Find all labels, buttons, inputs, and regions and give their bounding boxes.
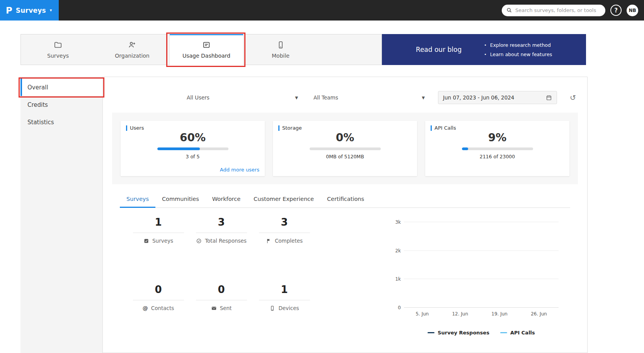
- blog-banner[interactable]: Read our blog • Explore research method …: [382, 34, 586, 65]
- x-tick: 5. Jun: [416, 311, 429, 317]
- product-switcher[interactable]: P Surveys ▾: [0, 0, 59, 21]
- api-calls-stat-card: API Calls 9% 2116 of 23000: [425, 121, 569, 176]
- gridline: 1k: [404, 279, 559, 279]
- api-calls-percent: 9%: [488, 131, 507, 144]
- teams-filter-dropdown[interactable]: All Teams ▼: [311, 91, 427, 104]
- search-icon: [506, 7, 512, 13]
- x-axis-line: 0: [404, 307, 559, 308]
- people-icon: [128, 41, 136, 49]
- check-circle-icon: [196, 238, 202, 244]
- progress-fill: [157, 147, 200, 150]
- users-detail: 3 of 5: [186, 154, 200, 159]
- date-range-picker[interactable]: Jun 07, 2023 - Jun 06, 2024: [438, 91, 557, 104]
- tab-label: Mobile: [272, 53, 290, 59]
- metric-label: Total Responses: [205, 238, 247, 244]
- sidebar-item-credits[interactable]: Credits: [20, 96, 102, 113]
- usage-tab-workforce[interactable]: Workforce: [206, 194, 247, 208]
- usage-tab-communities[interactable]: Communities: [155, 194, 206, 208]
- topbar-actions: ? NB: [502, 5, 644, 16]
- bullet-icon: •: [484, 43, 487, 48]
- usage-tabs: Surveys Communities Workforce Customer E…: [120, 194, 570, 208]
- chevron-down-icon: ▼: [295, 96, 298, 100]
- global-search[interactable]: [502, 5, 605, 16]
- legend-api-calls[interactable]: API Calls: [500, 330, 535, 336]
- metric-value: 3: [196, 216, 247, 233]
- add-more-users-link[interactable]: Add more users: [220, 167, 259, 173]
- users-percent: 60%: [180, 131, 206, 144]
- chevron-down-icon: ▾: [50, 8, 52, 13]
- metric-contacts: 0 @ Contacts: [127, 284, 190, 336]
- storage-stat-card: Storage 0% 0MB of 5120MB: [273, 121, 417, 176]
- usage-chart: 3k 2k 1k 0 5. Jun 12.: [388, 216, 570, 336]
- api-calls-progress-bar: [462, 147, 533, 150]
- bullet-icon: •: [484, 52, 487, 57]
- metric-devices: 1 Devices: [253, 284, 316, 336]
- product-name: Surveys: [16, 7, 46, 14]
- usage-section: Surveys Communities Workforce Customer E…: [120, 194, 570, 336]
- card-title: API Calls: [434, 125, 456, 131]
- users-progress-bar: [157, 147, 228, 150]
- question-mark-icon: ?: [614, 7, 618, 14]
- reset-filters-button[interactable]: ↺: [568, 93, 578, 102]
- tab-surveys[interactable]: Surveys: [21, 34, 95, 65]
- card-title: Users: [130, 125, 144, 131]
- usage-dashboard-panel: All Users ▼ All Teams ▼ Jun 07, 2023 - J…: [102, 77, 588, 353]
- usage-tab-certifications[interactable]: Certifications: [320, 194, 371, 208]
- flag-icon: [266, 238, 272, 244]
- legend-label: Survey Responses: [438, 330, 489, 336]
- blog-banner-title[interactable]: Read our blog: [416, 46, 462, 53]
- metric-total-responses: 3 Total Responses: [190, 216, 253, 268]
- blog-bullet-text: Explore research method: [490, 42, 551, 48]
- users-filter-dropdown[interactable]: All Users ▼: [184, 91, 300, 104]
- metric-label: Contacts: [151, 305, 174, 311]
- storage-percent: 0%: [336, 131, 354, 144]
- tab-organization[interactable]: Organization: [95, 34, 169, 65]
- tab-usage-dashboard[interactable]: Usage Dashboard: [169, 34, 244, 65]
- usage-tab-customer-experience[interactable]: Customer Experience: [247, 194, 320, 208]
- tab-label: Surveys: [47, 53, 69, 59]
- metric-completes: 3 Completes: [253, 216, 316, 268]
- metric-label: Sent: [220, 305, 232, 311]
- checkbox-icon: [143, 238, 149, 244]
- filter-row: All Users ▼ All Teams ▼ Jun 07, 2023 - J…: [112, 91, 578, 104]
- avatar[interactable]: NB: [627, 5, 638, 16]
- metric-label: Surveys: [152, 238, 173, 244]
- metric-surveys: 1 Surveys: [127, 216, 190, 268]
- chart-x-axis: 5. Jun 12. Jun 19. Jun 26. Jun: [404, 311, 559, 317]
- y-tick: 2k: [389, 248, 401, 254]
- module-tabs: Surveys Organization Usage Dashboard Mob…: [20, 34, 382, 65]
- usage-tab-surveys[interactable]: Surveys: [120, 194, 155, 208]
- module-tab-row: Surveys Organization Usage Dashboard Mob…: [20, 34, 586, 65]
- chart-plot-area: 3k 2k 1k 0: [404, 222, 559, 307]
- legend-survey-responses[interactable]: Survey Responses: [428, 330, 489, 336]
- blog-bullet: • Learn about new features: [484, 51, 552, 57]
- search-input[interactable]: [515, 7, 601, 13]
- card-title-row: Storage: [278, 125, 412, 131]
- help-button[interactable]: ?: [610, 5, 622, 16]
- users-filter-value: All Users: [187, 94, 210, 101]
- topbar: P Surveys ▾ ? NB: [0, 0, 644, 21]
- card-accent-bar: [431, 125, 432, 131]
- content-area: Overall Credits Statistics All Users ▼ A…: [20, 77, 588, 353]
- blog-bullet: • Explore research method: [484, 42, 552, 48]
- mobile-icon: [276, 41, 285, 49]
- folder-icon: [54, 41, 62, 49]
- gridline: 3k: [404, 222, 559, 222]
- sidebar-item-statistics[interactable]: Statistics: [20, 113, 102, 131]
- device-icon: [269, 305, 275, 311]
- card-accent-bar: [278, 125, 279, 131]
- questionpro-logo: P: [6, 5, 12, 15]
- calendar-icon: [546, 94, 552, 101]
- tab-label: Organization: [115, 53, 150, 59]
- progress-fill: [462, 147, 469, 150]
- blog-bullet-text: Learn about new features: [490, 51, 552, 57]
- metric-value: 0: [133, 284, 184, 300]
- card-accent-bar: [126, 125, 127, 131]
- x-tick: 26. Jun: [531, 311, 547, 317]
- metric-value: 3: [259, 216, 310, 233]
- sidebar-item-overall[interactable]: Overall: [20, 79, 102, 96]
- card-title: Storage: [282, 125, 302, 131]
- y-tick: 3k: [389, 219, 401, 225]
- sidebar: Overall Credits Statistics: [20, 77, 102, 353]
- tab-mobile[interactable]: Mobile: [244, 34, 318, 65]
